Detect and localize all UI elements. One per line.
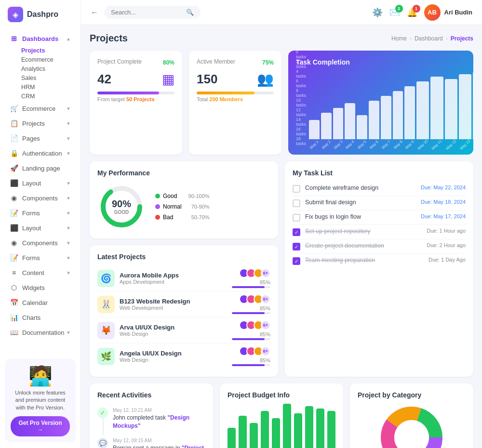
task-text-0: Complete wireframe design: [305, 184, 416, 191]
budget-bar: [327, 411, 335, 448]
task-text-5: Team meeting preparation: [305, 257, 424, 264]
messages-button[interactable]: ✉️ 2: [389, 7, 400, 18]
sidebar-item-landing[interactable]: 🚀Landing page: [3, 161, 78, 175]
latest-projects-card: Latest Projects 🌀 Aurora Mobile Apps App…: [90, 245, 278, 377]
breadcrumb-home[interactable]: Home: [391, 35, 407, 42]
projects-list: 🌀 Aurora Mobile Apps Apps Development 6+…: [97, 265, 270, 369]
task-item: ✓ Create project documentation Due: 2 Ho…: [293, 239, 466, 254]
sidebar-item-crm[interactable]: CRM: [3, 92, 78, 101]
project-complete-value: 42: [97, 72, 111, 87]
perf-title: My Performance: [97, 169, 270, 177]
project-complete-card: Project Complete 80% 42 ▦ From target 50…: [90, 51, 182, 155]
chart-bar-col: May 5: [357, 115, 367, 147]
sidebar-item-calendar[interactable]: 📅Calendar: [3, 295, 78, 310]
task-text-4: Create project documentation: [305, 242, 422, 249]
task-checkbox-3[interactable]: ✓: [293, 228, 300, 236]
sidebar-item-layout2[interactable]: ⬛Layout ▼: [3, 221, 78, 235]
active-member-card: Active Member 75% 150 👥 Total 200 Member…: [189, 51, 281, 155]
sidebar-item-forms[interactable]: 📝Forms ▼: [3, 206, 78, 220]
activity-icon-1: 💬: [97, 438, 108, 448]
category-donut-svg: [378, 404, 445, 448]
chart-bar: [309, 120, 320, 139]
sidebar-item-components[interactable]: ◉Components ▼: [3, 191, 78, 205]
avatar-more: 6+: [261, 320, 270, 330]
logo-area[interactable]: ◈ Dashpro: [0, 0, 80, 29]
promo-text: Unlock more features and premium content…: [11, 389, 70, 411]
sidebar-item-charts[interactable]: 📊Charts: [3, 310, 78, 325]
chevron-down-icon: ▼: [66, 106, 71, 111]
components-icon: ◉: [10, 194, 18, 202]
page-header: Projects Home › Dashboard › Projects: [90, 33, 473, 44]
sidebar-item-forms2[interactable]: 📝Forms ▼: [3, 250, 78, 265]
task-due-2: Due: May 17, 2024: [421, 213, 466, 219]
sidebar-item-sales[interactable]: Sales: [3, 74, 78, 82]
chevron-down-icon3: ▼: [66, 136, 71, 141]
chart-bar: [416, 81, 429, 139]
sidebar-item-pages[interactable]: 📄Pages ▼: [3, 131, 78, 145]
back-button[interactable]: ←: [91, 8, 98, 17]
activity-time-1: May 12, 09:15 AM: [113, 438, 205, 443]
legend-normal: Normal 70-90%: [155, 203, 210, 210]
layout2-icon: ⬛: [10, 224, 18, 232]
messages-badge: 2: [395, 5, 403, 13]
user-avatar: AB: [424, 4, 441, 21]
chevron-down-icon12: ▼: [66, 330, 71, 335]
sidebar-item-content[interactable]: ≡Content ▼: [3, 265, 78, 280]
chart-bar: [357, 115, 367, 139]
project-item: 🌀 Aurora Mobile Apps Apps Development 6+…: [97, 265, 270, 291]
chart-bar-col: May 11: [430, 77, 443, 147]
budget-bar: [228, 428, 236, 448]
sidebar-item-ecommerce2[interactable]: 🛒Ecommerce ▼: [3, 101, 78, 116]
active-member-pct: 75%: [262, 59, 274, 66]
sidebar-item-components2[interactable]: ◉Components ▼: [3, 236, 78, 250]
sidebar-item-ecommerce[interactable]: Ecommerce: [3, 55, 78, 64]
notifications-button[interactable]: 🔔 1: [407, 7, 417, 18]
task-checkbox-2[interactable]: [293, 214, 300, 222]
chart-bar: [369, 101, 379, 139]
chart-bar-col: May 3: [333, 108, 344, 147]
activities-title: Recent Activities: [97, 391, 205, 399]
sidebar-item-authentication[interactable]: 🔒Authentication ▼: [3, 146, 78, 160]
legend-bad: Bad 50-70%: [155, 214, 210, 221]
project-icon-2: 🦊: [97, 322, 115, 339]
chart-bar-col: May 10: [416, 81, 429, 147]
chart-bar: [333, 108, 344, 139]
active-member-value: 150: [197, 72, 217, 87]
project-icon-1: 🐰: [97, 296, 115, 313]
sidebar-item-analytics[interactable]: Analytics: [3, 65, 78, 73]
task-checkbox-5[interactable]: ✓: [293, 257, 300, 265]
search-input[interactable]: [111, 9, 182, 16]
sidebar-item-projects[interactable]: Projects: [3, 46, 78, 55]
sidebar-nav: ⊞ Dashboards ▲ Projects Ecommerce Analyt…: [0, 29, 80, 353]
legend-good: Good 90-100%: [155, 193, 210, 199]
sidebar-item-layout[interactable]: ⬛Layout ▼: [3, 176, 78, 190]
project-mini-progress: [232, 286, 270, 288]
project-mini-progress: [232, 312, 270, 314]
user-menu[interactable]: AB Ari Budin: [424, 4, 473, 21]
task-checkbox-1[interactable]: [293, 199, 300, 207]
task-checkbox-0[interactable]: [293, 185, 300, 193]
activity-icon-0: ✓: [97, 408, 108, 418]
search-icon: 🔍: [186, 9, 194, 16]
settings-button[interactable]: ⚙️: [372, 7, 383, 18]
layout-icon: ⬛: [10, 179, 18, 187]
docs-icon: 📖: [10, 329, 18, 336]
sidebar-item-documentation[interactable]: 📖Documentation ▼: [3, 325, 78, 340]
search-box[interactable]: 🔍: [104, 6, 201, 19]
project-icon-3: 🌿: [97, 348, 115, 365]
get-pro-button[interactable]: Get Pro Version →: [11, 416, 70, 436]
project-item: 🌿 Angela UI/UX Design Web Design 6+ 85%: [97, 343, 270, 369]
sidebar-item-dashboards[interactable]: ⊞ Dashboards ▲: [3, 31, 78, 46]
perf-donut: 90% GOOD: [97, 183, 146, 231]
sidebar-item-widgets[interactable]: ⬡Widgets: [3, 280, 78, 295]
perf-content: 90% GOOD Good 90-100%: [97, 183, 270, 231]
task-checkbox-4[interactable]: ✓: [293, 243, 300, 250]
chart-bar: [345, 103, 355, 139]
breadcrumb-dashboard[interactable]: Dashboard: [415, 35, 443, 42]
project-name-3: Angela UI/UX Design: [120, 350, 227, 357]
bad-dot: [155, 215, 160, 220]
sidebar-item-hrm[interactable]: HRM: [3, 83, 78, 92]
sidebar-item-projects2[interactable]: 📋Projects ▼: [3, 116, 78, 131]
member-target-val: 200 Members: [209, 96, 243, 102]
ecommerce-icon: 🛒: [10, 105, 18, 112]
